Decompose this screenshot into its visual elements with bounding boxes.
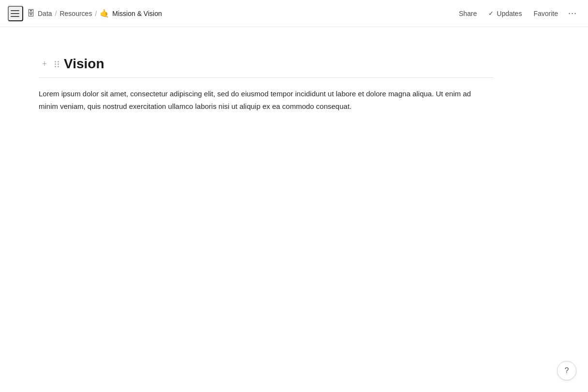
share-button[interactable]: Share xyxy=(454,7,482,20)
favorite-button[interactable]: Favorite xyxy=(529,7,563,20)
header: 🗄 Data / Resources / 🤙 Mission & Vision … xyxy=(0,0,588,27)
header-right: Share ✓ Updates Favorite ··· xyxy=(454,6,580,21)
add-block-button[interactable]: + xyxy=(39,58,50,70)
help-icon: ? xyxy=(565,366,569,375)
drag-dots-icon xyxy=(55,61,59,67)
checkmark-icon: ✓ xyxy=(488,10,494,17)
breadcrumb-resources[interactable]: Resources xyxy=(59,10,92,17)
breadcrumb-sep2: / xyxy=(95,10,97,17)
body-text: Lorem ipsum dolor sit amet, consectetur … xyxy=(39,88,474,112)
help-button[interactable]: ? xyxy=(557,361,576,380)
section-divider xyxy=(39,77,493,78)
breadcrumb-current: Mission & Vision xyxy=(112,10,162,17)
more-icon: ··· xyxy=(568,8,577,18)
breadcrumb-sep1: / xyxy=(55,10,57,17)
header-left: 🗄 Data / Resources / 🤙 Mission & Vision xyxy=(8,6,162,21)
share-label: Share xyxy=(459,10,477,17)
favorite-label: Favorite xyxy=(533,10,558,17)
more-options-button[interactable]: ··· xyxy=(565,6,580,21)
main-content: + Vision Lorem ipsum dolor sit amet, con… xyxy=(0,27,532,141)
data-icon: 🗄 xyxy=(27,9,35,18)
drag-handle[interactable] xyxy=(53,58,61,70)
mission-icon: 🤙 xyxy=(100,9,109,18)
breadcrumb: 🗄 Data / Resources / 🤙 Mission & Vision xyxy=(27,9,162,18)
section-header: + Vision xyxy=(39,56,493,72)
menu-toggle-button[interactable] xyxy=(8,6,23,21)
section-body: Lorem ipsum dolor sit amet, consectetur … xyxy=(39,88,493,112)
section-title: Vision xyxy=(64,56,104,72)
breadcrumb-root[interactable]: Data xyxy=(38,10,52,17)
updates-button[interactable]: ✓ Updates xyxy=(484,7,527,20)
updates-label: Updates xyxy=(497,10,522,17)
